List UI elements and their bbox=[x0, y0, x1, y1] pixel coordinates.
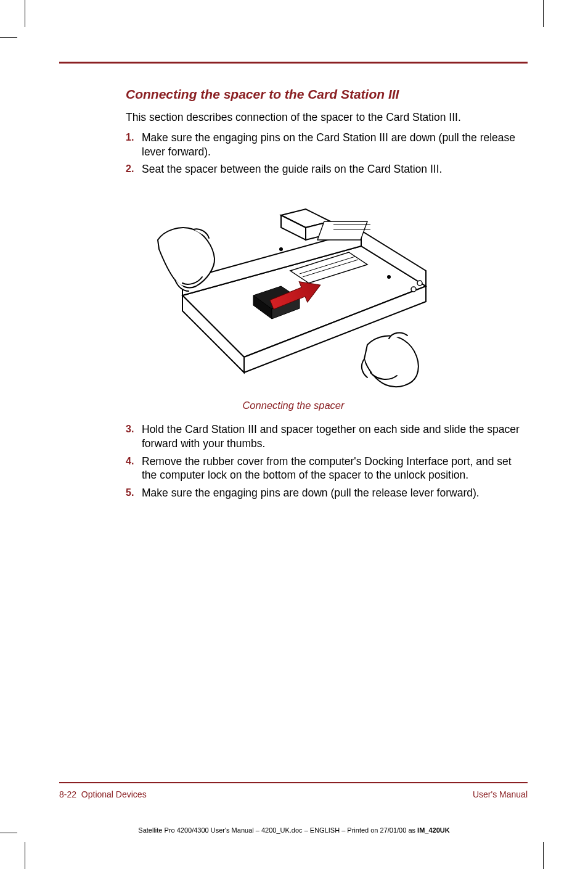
figure: Connecting the spacer bbox=[59, 187, 528, 411]
step-number: 1. bbox=[126, 131, 142, 144]
step-text: Seat the spacer between the guide rails … bbox=[142, 162, 442, 176]
list-item: 4. Remove the rubber cover from the comp… bbox=[126, 455, 528, 483]
step-text: Make sure the engaging pins are down (pu… bbox=[142, 486, 480, 500]
list-item: 2. Seat the spacer between the guide rai… bbox=[126, 162, 528, 176]
steps-top: 1. Make sure the engaging pins on the Ca… bbox=[126, 131, 528, 176]
steps-bottom: 3. Hold the Card Station III and spacer … bbox=[126, 422, 528, 500]
footer-right: User's Manual bbox=[473, 789, 528, 799]
chapter-name: Optional Devices bbox=[81, 789, 147, 799]
step-text: Remove the rubber cover from the compute… bbox=[142, 455, 528, 483]
step-number: 2. bbox=[126, 162, 142, 176]
imprint-code: IM_420UK bbox=[417, 826, 450, 834]
list-item: 1. Make sure the engaging pins on the Ca… bbox=[126, 131, 528, 159]
footer-left: 8-22 Optional Devices bbox=[59, 789, 147, 799]
svg-point-11 bbox=[417, 281, 422, 286]
list-item: 5. Make sure the engaging pins are down … bbox=[126, 486, 528, 500]
header-rule bbox=[59, 62, 528, 64]
list-item: 3. Hold the Card Station III and spacer … bbox=[126, 422, 528, 451]
step-text: Make sure the engaging pins on the Card … bbox=[142, 131, 528, 159]
cropmark bbox=[543, 842, 544, 869]
footer-rule bbox=[59, 782, 528, 783]
cropmark bbox=[0, 37, 17, 38]
section-title: Connecting the spacer to the Card Statio… bbox=[126, 87, 528, 102]
cropmark bbox=[25, 0, 25, 27]
cropmark bbox=[25, 842, 25, 869]
step-text: Hold the Card Station III and spacer tog… bbox=[142, 422, 528, 451]
svg-point-20 bbox=[387, 275, 391, 279]
step-number: 3. bbox=[126, 422, 142, 436]
section-intro: This section describes connection of the… bbox=[126, 110, 528, 125]
spacer-illustration-icon bbox=[145, 187, 441, 391]
imprint-line: Satellite Pro 4200/4300 User's Manual – … bbox=[0, 826, 588, 834]
imprint-text: Satellite Pro 4200/4300 User's Manual – … bbox=[138, 826, 417, 834]
svg-point-12 bbox=[411, 287, 416, 292]
svg-point-19 bbox=[279, 247, 283, 251]
page-number: 8-22 bbox=[59, 789, 76, 799]
figure-caption: Connecting the spacer bbox=[59, 400, 528, 411]
step-number: 4. bbox=[126, 455, 142, 468]
step-number: 5. bbox=[126, 486, 142, 500]
cropmark bbox=[543, 0, 544, 27]
page-content: Connecting the spacer to the Card Statio… bbox=[59, 62, 528, 504]
